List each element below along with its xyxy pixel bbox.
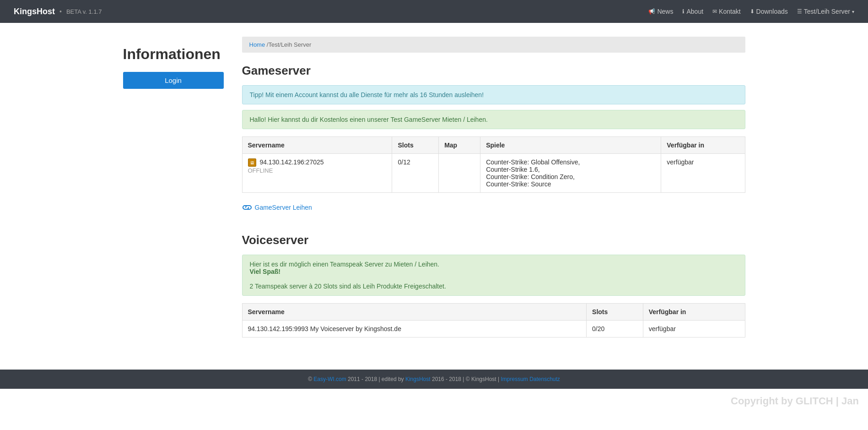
link-icon <box>242 204 252 211</box>
nav-link-kontakt[interactable]: ✉ Kontakt <box>712 8 740 15</box>
brand-name: KingsHost <box>14 7 55 16</box>
col-verfuegbar: Verfügbar in <box>661 137 745 154</box>
footer-impressum-link[interactable]: Impressum <box>501 376 528 382</box>
voiceserver-title: Voiceserver <box>242 233 745 247</box>
main-container: Informationen Login Home /Test/Leih Serv… <box>114 23 755 370</box>
gameserver-section: Gameserver Tipp! Mit einem Account kanns… <box>242 64 745 215</box>
breadcrumb-home[interactable]: Home <box>249 41 265 48</box>
vcell-servername: 94.130.142.195:9993 My Voiceserver by Ki… <box>242 321 587 337</box>
server-address: 94.130.142.196:27025 <box>259 158 323 166</box>
voiceserver-alert-text3: 2 Teamspeak server à 20 Slots sind als L… <box>250 283 446 290</box>
vcol-servername: Servername <box>242 304 587 321</box>
breadcrumb: Home /Test/Leih Server <box>242 37 745 53</box>
voiceserver-table: Servername Slots Verfügbar in 94.130.142… <box>242 303 745 337</box>
col-servername: Servername <box>242 137 392 154</box>
cell-spiele: Counter-Strike: Global Offensive, Counte… <box>480 154 661 193</box>
brand-separator: • <box>59 8 62 15</box>
vcol-slots: Slots <box>587 304 643 321</box>
navbar: KingsHost • BETA v. 1.1.7 📢 News ℹ About… <box>0 0 868 23</box>
info-icon: ℹ <box>682 8 685 15</box>
breadcrumb-separator: /Test/Leih Server <box>267 41 312 48</box>
gameserver-table-head: Servername Slots Map Spiele Verfügbar in <box>242 137 745 154</box>
gameserver-header-row: Servername Slots Map Spiele Verfügbar in <box>242 137 745 154</box>
megaphone-icon: 📢 <box>648 8 655 15</box>
nav-link-about[interactable]: ℹ About <box>682 8 703 15</box>
voiceserver-table-body: 94.130.142.195:9993 My Voiceserver by Ki… <box>242 321 745 337</box>
footer: © Easy-WI.com 2011 - 2018 | edited by Ki… <box>0 370 868 389</box>
nav-item-testleih[interactable]: ☰ Test/Leih Server ▾ <box>797 8 854 15</box>
voiceserver-alert: Hier ist es dir möglich einen Teamspeak … <box>242 255 745 296</box>
nav-link-testleih[interactable]: ☰ Test/Leih Server ▾ <box>797 8 854 15</box>
gameserver-table: Servername Slots Map Spiele Verfügbar in… <box>242 136 745 193</box>
nav-item-about[interactable]: ℹ About <box>682 8 703 15</box>
main-content: Home /Test/Leih Server Gameserver Tipp! … <box>242 37 745 356</box>
gameserver-alert-info: Tipp! Mit einem Account kannst du alle D… <box>242 85 745 104</box>
vcell-verfuegbar: verfügbar <box>643 321 745 337</box>
footer-kingshost-link[interactable]: KingsHost <box>405 376 431 382</box>
login-button[interactable]: Login <box>123 72 224 89</box>
dropdown-arrow-icon: ▾ <box>852 9 854 14</box>
gameserver-table-body: 🖥 94.130.142.196:27025 OFFLINE 0/12 Coun… <box>242 154 745 193</box>
voiceserver-alert-text2: Viel Spaß! <box>250 268 280 275</box>
nav-item-downloads[interactable]: ⬇ Downloads <box>750 8 788 15</box>
mail-icon: ✉ <box>712 8 717 15</box>
gameserver-alert-success: Hallo! Hier kannst du dir Kostenlos eine… <box>242 110 745 129</box>
nav-link-downloads[interactable]: ⬇ Downloads <box>750 8 788 15</box>
nav-item-kontakt[interactable]: ✉ Kontakt <box>712 8 740 15</box>
list-icon: ☰ <box>797 8 802 15</box>
footer-easywi-link[interactable]: Easy-WI.com <box>313 376 346 382</box>
gameserver-title: Gameserver <box>242 64 745 78</box>
voiceserver-alert-text1: Hier ist es dir möglich einen Teamspeak … <box>250 261 440 268</box>
cell-map <box>439 154 480 193</box>
server-icon: 🖥 <box>248 158 256 167</box>
footer-text2: 2016 - 2018 | © KingsHost | <box>432 376 501 382</box>
cell-servername: 🖥 94.130.142.196:27025 OFFLINE <box>242 154 392 193</box>
table-row: 94.130.142.195:9993 My Voiceserver by Ki… <box>242 321 745 337</box>
footer-datenschutz-link[interactable]: Datenschutz <box>529 376 560 382</box>
gameserver-leihen-link[interactable]: GameServer Leihen <box>242 204 312 211</box>
version-label: BETA v. 1.1.7 <box>66 8 102 15</box>
voiceserver-header-row: Servername Slots Verfügbar in <box>242 304 745 321</box>
cell-slots: 0/12 <box>392 154 439 193</box>
vcol-verfuegbar: Verfügbar in <box>643 304 745 321</box>
nav-item-news[interactable]: 📢 News <box>648 8 673 15</box>
col-spiele: Spiele <box>480 137 661 154</box>
vcell-slots: 0/20 <box>587 321 643 337</box>
sidebar: Informationen Login <box>123 37 242 356</box>
offline-status: OFFLINE <box>248 167 273 174</box>
footer-copyright-symbol: © <box>308 376 312 382</box>
col-map: Map <box>439 137 480 154</box>
table-row: 🖥 94.130.142.196:27025 OFFLINE 0/12 Coun… <box>242 154 745 193</box>
footer-text1: 2011 - 2018 | edited by <box>348 376 405 382</box>
cell-verfuegbar: verfügbar <box>661 154 745 193</box>
nav-link-news[interactable]: 📢 News <box>648 8 673 15</box>
voiceserver-table-head: Servername Slots Verfügbar in <box>242 304 745 321</box>
nav-menu: 📢 News ℹ About ✉ Kontakt ⬇ Downloads ☰ <box>648 8 854 15</box>
sidebar-title: Informationen <box>123 46 224 63</box>
download-icon: ⬇ <box>750 8 755 15</box>
voiceserver-section: Voiceserver Hier ist es dir möglich eine… <box>242 233 745 337</box>
col-slots: Slots <box>392 137 439 154</box>
